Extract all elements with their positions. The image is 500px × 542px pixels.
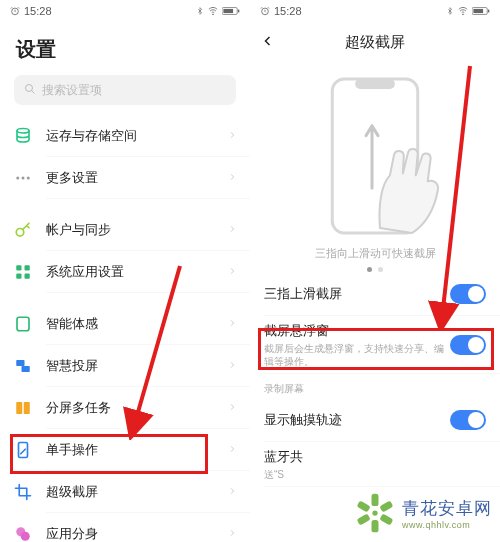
search-icon (24, 83, 36, 98)
svg-point-7 (16, 177, 19, 180)
toggle-switch[interactable] (450, 284, 486, 304)
grid-icon (14, 263, 32, 281)
svg-rect-14 (25, 274, 30, 279)
svg-rect-18 (16, 402, 22, 414)
super-screenshot-row[interactable]: 超级截屏 (0, 471, 250, 513)
row-label: 帐户与同步 (46, 221, 228, 239)
toggle-label: 显示触摸轨迹 (264, 411, 450, 429)
header: 超级截屏 (250, 22, 500, 62)
svg-rect-12 (25, 265, 30, 270)
toggle-label: 蓝牙共 (264, 448, 486, 466)
toggle-switch[interactable] (450, 335, 486, 355)
accounts-row[interactable]: 帐户与同步 (0, 209, 250, 251)
gesture-illustration: 三指向上滑动可快速截屏 (250, 62, 500, 272)
settings-screen: 15:28 设置 搜索设置项 运存与存储空间更多设置 帐户与同步系统应用设置 智… (0, 0, 250, 542)
chevron-right-icon (228, 527, 236, 542)
status-bar: 15:28 (250, 0, 500, 22)
svg-rect-15 (17, 317, 29, 331)
toggle-label: 三指上滑截屏 (264, 285, 450, 303)
onehand-icon (14, 441, 32, 459)
storage-row[interactable]: 运存与存储空间 (0, 115, 250, 157)
show-touches-toggle-row[interactable]: 显示触摸轨迹 (250, 398, 500, 442)
row-label: 应用分身 (46, 525, 228, 542)
chevron-right-icon (228, 171, 236, 186)
more-settings-row[interactable]: 更多设置 (0, 157, 250, 199)
rect-icon (14, 315, 32, 333)
system-apps-row[interactable]: 系统应用设置 (0, 251, 250, 293)
svg-rect-17 (22, 366, 30, 372)
chevron-right-icon (228, 265, 236, 280)
status-bar: 15:28 (0, 0, 250, 22)
row-label: 智慧投屏 (46, 357, 228, 375)
one-handed-row[interactable]: 单手操作 (0, 429, 250, 471)
dots-icon (14, 169, 32, 187)
row-label: 系统应用设置 (46, 263, 228, 281)
key-icon (14, 221, 32, 239)
bluetooth-icon (446, 6, 454, 16)
floating-window-toggle-row[interactable]: 截屏悬浮窗截屏后会生成悬浮窗，支持快速分享、编辑等操作。 (250, 316, 500, 374)
row-label: 单手操作 (46, 441, 228, 459)
screen-title: 超级截屏 (250, 33, 500, 52)
svg-rect-13 (16, 274, 21, 279)
chevron-right-icon (228, 129, 236, 144)
chevron-right-icon (228, 443, 236, 458)
battery-icon (472, 6, 490, 16)
toggle-switch[interactable] (450, 410, 486, 430)
chevron-right-icon (228, 359, 236, 374)
toggle-sublabel: 截屏后会生成悬浮窗，支持快速分享、编辑等操作。 (264, 342, 450, 368)
motion-sensing-row[interactable]: 智能体感 (0, 303, 250, 345)
three-finger-swipe-toggle-row[interactable]: 三指上滑截屏 (250, 272, 500, 316)
svg-rect-20 (19, 443, 28, 458)
cast-row[interactable]: 智慧投屏 (0, 345, 250, 387)
page-title: 设置 (0, 22, 250, 75)
row-label: 更多设置 (46, 169, 228, 187)
svg-rect-30 (355, 79, 395, 89)
chevron-right-icon (228, 223, 236, 238)
row-label: 分屏多任务 (46, 399, 228, 417)
svg-rect-4 (223, 9, 233, 13)
svg-point-22 (21, 532, 30, 541)
wifi-icon (207, 6, 219, 16)
toggle-label: 截屏悬浮窗 (264, 322, 450, 340)
svg-point-1 (213, 14, 214, 15)
bluetooth-share-row[interactable]: 蓝牙共送“S (250, 442, 500, 487)
clone-icon (14, 525, 32, 542)
row-label: 运存与存储空间 (46, 127, 228, 145)
row-label: 超级截屏 (46, 483, 228, 501)
svg-rect-19 (24, 402, 30, 414)
status-time: 15:28 (24, 5, 52, 17)
app-clone-row[interactable]: 应用分身 (0, 513, 250, 542)
svg-rect-16 (16, 360, 24, 366)
chevron-right-icon (228, 401, 236, 416)
bluetooth-icon (196, 6, 204, 16)
cast-icon (14, 357, 32, 375)
svg-point-25 (463, 14, 464, 15)
illustration-caption: 三指向上滑动可快速截屏 (315, 246, 436, 261)
battery-icon (222, 6, 240, 16)
row-label: 智能体感 (46, 315, 228, 333)
alarm-icon (10, 6, 20, 16)
svg-point-8 (22, 177, 25, 180)
svg-rect-28 (473, 9, 483, 13)
split-icon (14, 399, 32, 417)
alarm-icon (260, 6, 270, 16)
super-screenshot-screen: 15:28 超级截屏 (250, 0, 500, 542)
toggle-sublabel: 送“S (264, 468, 486, 481)
database-icon (14, 127, 32, 145)
svg-point-9 (27, 177, 30, 180)
search-input[interactable]: 搜索设置项 (14, 75, 236, 105)
svg-rect-3 (238, 10, 239, 13)
chevron-right-icon (228, 317, 236, 332)
status-time: 15:28 (274, 5, 302, 17)
svg-point-5 (26, 84, 33, 91)
svg-point-6 (17, 129, 29, 134)
split-screen-row[interactable]: 分屏多任务 (0, 387, 250, 429)
search-placeholder: 搜索设置项 (42, 82, 102, 99)
crop-icon (14, 483, 32, 501)
svg-rect-27 (488, 10, 489, 13)
svg-rect-11 (16, 265, 21, 270)
record-section-header: 录制屏幕 (250, 374, 500, 398)
chevron-right-icon (228, 485, 236, 500)
wifi-icon (457, 6, 469, 16)
